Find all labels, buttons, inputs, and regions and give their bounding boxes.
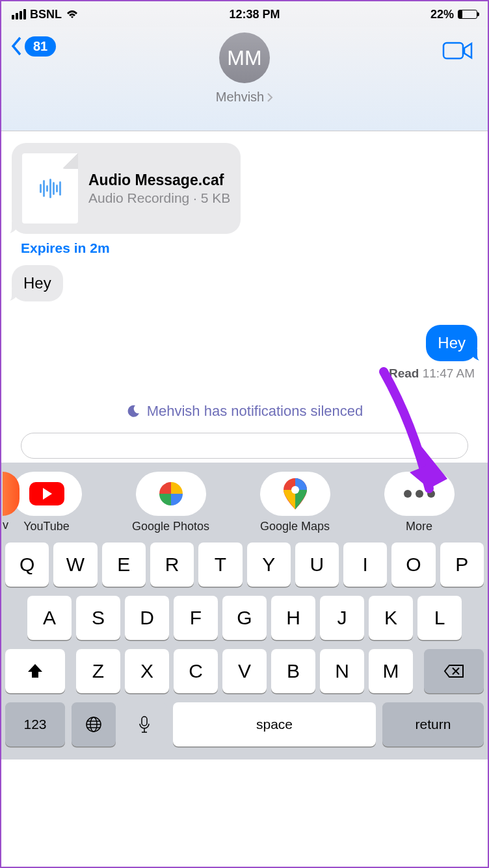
back-button[interactable]: 81 bbox=[9, 35, 56, 57]
keyboard: QWERTYUIOP ASDFGHJKL ZXCVBNM 123 space r… bbox=[1, 537, 488, 760]
return-key[interactable]: return bbox=[382, 702, 484, 747]
waveform-icon bbox=[40, 179, 61, 198]
signal-icon bbox=[12, 9, 26, 19]
audio-file-icon bbox=[22, 153, 78, 223]
key-m[interactable]: M bbox=[369, 649, 413, 693]
key-j[interactable]: J bbox=[320, 596, 364, 640]
key-b[interactable]: B bbox=[271, 649, 315, 693]
shift-icon bbox=[27, 663, 44, 680]
received-message[interactable]: Hey bbox=[12, 265, 63, 301]
app-google-maps[interactable]: Google Maps bbox=[240, 472, 350, 533]
dictation-key[interactable] bbox=[122, 702, 166, 747]
audio-message-bubble[interactable]: Audio Message.caf Audio Recording · 5 KB bbox=[12, 143, 241, 234]
mic-icon bbox=[138, 715, 151, 734]
chevron-right-icon bbox=[267, 92, 273, 103]
key-d[interactable]: D bbox=[125, 596, 169, 640]
imessage-app-drawer[interactable]: v YouTube Google Photos Google Maps More bbox=[1, 463, 488, 537]
moon-icon bbox=[126, 404, 140, 418]
svg-rect-7 bbox=[142, 717, 147, 726]
svg-point-1 bbox=[291, 486, 299, 494]
key-a[interactable]: A bbox=[27, 596, 72, 640]
backspace-icon bbox=[443, 664, 464, 678]
key-l[interactable]: L bbox=[417, 596, 462, 640]
carrier-label: BSNL bbox=[30, 8, 62, 21]
key-n[interactable]: N bbox=[320, 649, 364, 693]
space-key[interactable]: space bbox=[173, 702, 376, 747]
numeric-key[interactable]: 123 bbox=[5, 702, 65, 747]
contact-name-button[interactable]: Mehvish bbox=[216, 90, 273, 105]
facetime-button[interactable] bbox=[442, 40, 473, 64]
message-input-bar bbox=[12, 433, 477, 463]
app-google-photos[interactable]: Google Photos bbox=[116, 472, 226, 533]
google-photos-icon bbox=[157, 479, 185, 508]
contact-avatar[interactable]: MM bbox=[219, 32, 270, 83]
globe-key[interactable] bbox=[72, 702, 116, 747]
battery-icon bbox=[458, 10, 477, 19]
key-q[interactable]: Q bbox=[5, 542, 49, 587]
key-v[interactable]: V bbox=[222, 649, 267, 693]
key-o[interactable]: O bbox=[391, 542, 435, 587]
key-s[interactable]: S bbox=[76, 596, 120, 640]
chevron-back-icon bbox=[9, 35, 23, 57]
key-x[interactable]: X bbox=[125, 649, 169, 693]
sent-message[interactable]: Hey bbox=[426, 325, 477, 361]
more-icon bbox=[404, 490, 435, 498]
shift-key[interactable] bbox=[5, 649, 65, 693]
key-f[interactable]: F bbox=[174, 596, 218, 640]
svg-rect-0 bbox=[443, 43, 463, 58]
conversation-header: 81 MM Mehvish bbox=[1, 27, 488, 131]
globe-icon bbox=[85, 716, 102, 733]
key-u[interactable]: U bbox=[295, 542, 339, 587]
key-z[interactable]: Z bbox=[76, 649, 120, 693]
key-k[interactable]: K bbox=[369, 596, 413, 640]
wifi-icon bbox=[66, 9, 79, 19]
battery-percent: 22% bbox=[430, 8, 454, 21]
key-r[interactable]: R bbox=[150, 542, 194, 587]
dnd-notice: Mehvish has notifications silenced bbox=[12, 403, 477, 420]
key-h[interactable]: H bbox=[271, 596, 315, 640]
key-i[interactable]: I bbox=[343, 542, 387, 587]
key-e[interactable]: E bbox=[102, 542, 146, 587]
audio-file-meta: Audio Recording · 5 KB bbox=[88, 190, 230, 206]
youtube-icon bbox=[29, 482, 64, 505]
app-more[interactable]: More bbox=[364, 472, 475, 533]
audio-file-title: Audio Message.caf bbox=[88, 172, 230, 189]
message-input-field[interactable] bbox=[21, 433, 468, 459]
messages-list[interactable]: Audio Message.caf Audio Recording · 5 KB… bbox=[1, 131, 488, 463]
key-c[interactable]: C bbox=[174, 649, 218, 693]
key-g[interactable]: G bbox=[222, 596, 267, 640]
unread-badge: 81 bbox=[25, 36, 56, 57]
backspace-key[interactable] bbox=[424, 649, 484, 693]
status-time: 12:38 PM bbox=[229, 8, 280, 21]
google-maps-icon bbox=[284, 478, 307, 509]
key-p[interactable]: P bbox=[440, 542, 484, 587]
read-receipt: Read 11:47 AM bbox=[389, 366, 475, 381]
key-w[interactable]: W bbox=[53, 542, 97, 587]
key-y[interactable]: Y bbox=[247, 542, 291, 587]
key-t[interactable]: T bbox=[198, 542, 242, 587]
expires-label: Expires in 2m bbox=[21, 240, 110, 256]
video-icon bbox=[442, 40, 473, 61]
status-bar: BSNL 12:38 PM 22% bbox=[1, 1, 488, 27]
